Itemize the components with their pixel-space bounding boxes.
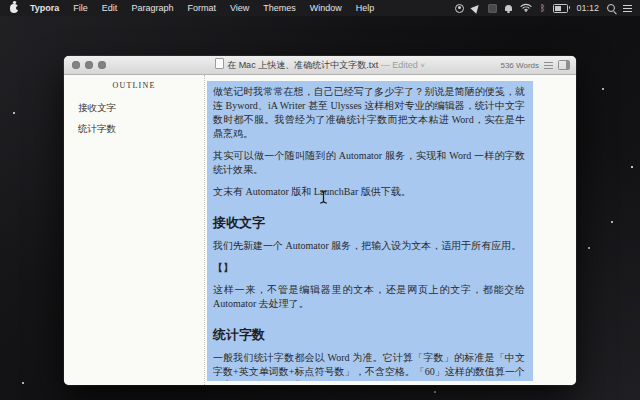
minimize-button[interactable] (85, 61, 93, 69)
outline-toggle-icon[interactable] (544, 62, 553, 69)
typora-window: 在 Mac 上快速、准确统计中文字数.txt — Edited ˅ 536 Wo… (64, 56, 576, 385)
location-icon (470, 2, 481, 13)
star (611, 221, 613, 223)
chevron-down-icon[interactable]: ˅ (420, 61, 425, 70)
menubar-status-area: ᛒ 01:12 (455, 3, 632, 14)
menu-item-format[interactable]: Format (180, 3, 223, 13)
wifi-icon[interactable] (520, 3, 532, 14)
editor-content[interactable]: 做笔记时我常常在想，自己已经写了多少字了？别说是简陋的便笺，就连 Byword、… (205, 75, 576, 385)
menu-item-edit[interactable]: Edit (95, 3, 125, 13)
screen-recording-icon[interactable] (455, 4, 464, 13)
menu-item-view[interactable]: View (223, 3, 256, 13)
spotlight-icon[interactable] (607, 4, 615, 12)
star (13, 112, 15, 114)
close-button[interactable] (72, 61, 80, 69)
document-icon (215, 58, 224, 69)
doc-paragraph[interactable]: 做笔记时我常常在想，自己已经写了多少字了？别说是简陋的便笺，就连 Byword、… (213, 85, 525, 141)
notifications-icon[interactable] (505, 5, 512, 11)
traffic-lights (72, 61, 106, 69)
outline-item-0[interactable]: 接收文字 (64, 98, 204, 119)
window-body: OUTLINE 接收文字统计字数 做笔记时我常常在想，自己已经写了多少字了？别说… (64, 75, 576, 385)
word-count-badge[interactable]: 536 Words (500, 61, 539, 70)
menu-item-typora[interactable]: Typora (23, 3, 66, 13)
menu-item-paragraph[interactable]: Paragraph (124, 3, 180, 13)
star (434, 391, 436, 393)
selected-text-block[interactable]: 做笔记时我常常在想，自己已经写了多少字了？别说是简陋的便笺，就连 Byword、… (207, 81, 533, 381)
menu-items: TyporaFileEditParagraphFormatViewThemesW… (23, 3, 381, 13)
zoom-button[interactable] (98, 61, 106, 69)
desktop: TyporaFileEditParagraphFormatViewThemesW… (0, 0, 640, 400)
sidebar-toggle-icon[interactable] (558, 60, 570, 70)
star (602, 88, 604, 90)
menu-item-help[interactable]: Help (349, 3, 382, 13)
doc-paragraph[interactable]: 这样一来，不管是编辑器里的文本，还是网页上的文字，都能交给 Automator … (213, 283, 525, 311)
notification-center-icon[interactable] (623, 5, 632, 12)
apple-menu-icon[interactable] (10, 4, 18, 13)
star (631, 166, 633, 168)
star (22, 382, 24, 384)
star (588, 247, 590, 249)
doc-paragraph[interactable]: 文末有 Automator 版和 LaunchBar 版供下载。 (213, 185, 525, 199)
edited-label: — Edited (381, 60, 418, 70)
doc-paragraph[interactable]: 我们先新建一个 Automator 服务，把输入设为文本，适用于所有应用。 (213, 239, 525, 253)
titlebar-tools: 536 Words (500, 56, 570, 74)
doc-heading[interactable]: 统计字数 (213, 327, 525, 343)
battery-icon[interactable] (553, 4, 568, 13)
window-title-area: 在 Mac 上快速、准确统计中文字数.txt — Edited ˅ (64, 58, 576, 72)
menubar-clock[interactable]: 01:12 (576, 3, 599, 13)
menu-item-window[interactable]: Window (303, 3, 349, 13)
doc-paragraph[interactable]: 【】 (213, 261, 525, 275)
outline-sidebar: OUTLINE 接收文字统计字数 (64, 75, 205, 385)
doc-heading[interactable]: 接收文字 (213, 215, 525, 231)
outline-header: OUTLINE (64, 81, 204, 90)
doc-paragraph[interactable]: 其实可以做一个随叫随到的 Automator 服务，实现和 Word 一样的字数… (213, 149, 525, 177)
window-title: 在 Mac 上快速、准确统计中文字数.txt (227, 60, 378, 70)
bluetooth-icon[interactable]: ᛒ (540, 4, 545, 13)
app-status-icon[interactable] (488, 4, 497, 13)
outline-list: 接收文字统计字数 (64, 98, 204, 140)
window-titlebar[interactable]: 在 Mac 上快速、准确统计中文字数.txt — Edited ˅ 536 Wo… (64, 56, 576, 75)
menu-item-file[interactable]: File (66, 3, 95, 13)
menu-item-themes[interactable]: Themes (256, 3, 303, 13)
outline-item-1[interactable]: 统计字数 (64, 119, 204, 140)
menu-bar: TyporaFileEditParagraphFormatViewThemesW… (0, 0, 640, 16)
doc-paragraph[interactable]: 一般我们统计字数都会以 Word 为准。它计算「字数」的标准是「中文字数+英文单… (213, 351, 525, 381)
ibeam-cursor (319, 190, 328, 208)
